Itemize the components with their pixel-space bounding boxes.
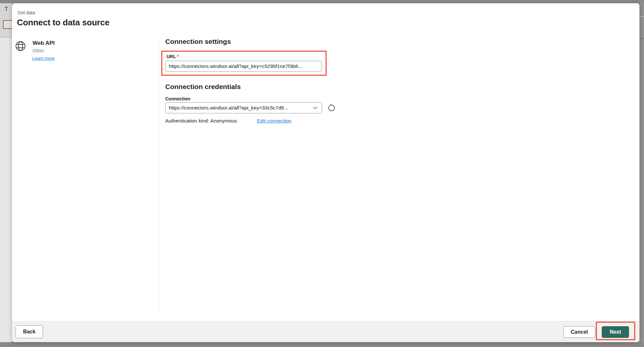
connection-settings-heading: Connection settings xyxy=(165,38,231,45)
refresh-icon xyxy=(328,104,335,112)
background-edge-line xyxy=(639,16,644,17)
background-partial-text: T xyxy=(5,6,8,13)
connection-credentials-heading: Connection credentials xyxy=(165,83,241,91)
dialog-eyebrow: Get data xyxy=(18,10,35,15)
chevron-down-icon xyxy=(313,105,318,110)
background-edge-line xyxy=(639,38,644,39)
url-label: URL* xyxy=(167,54,179,59)
source-category: Other xyxy=(33,48,44,53)
edit-connection-link[interactable]: Edit connection xyxy=(257,118,291,124)
panel-divider xyxy=(158,38,159,313)
connection-dropdown-value: https://connectors.windsor.ai/all?api_ke… xyxy=(166,105,313,111)
url-input[interactable] xyxy=(165,61,322,72)
background-page-left-edge: T xyxy=(0,3,12,342)
cancel-button[interactable]: Cancel xyxy=(563,326,595,338)
connection-dropdown[interactable]: https://connectors.windsor.ai/all?api_ke… xyxy=(165,102,322,113)
refresh-connection-button[interactable] xyxy=(327,103,336,112)
background-partial-input xyxy=(3,20,12,29)
next-button[interactable]: Next xyxy=(602,326,629,338)
learn-more-link[interactable]: Learn more xyxy=(32,56,55,61)
get-data-dialog: Get data Connect to data source Web API … xyxy=(12,3,639,342)
page-title: Connect to data source xyxy=(17,18,110,28)
required-asterisk: * xyxy=(177,54,179,59)
back-button[interactable]: Back xyxy=(16,325,43,338)
background-divider xyxy=(0,37,12,38)
connection-label: Connection xyxy=(165,96,190,101)
url-label-text: URL xyxy=(167,54,176,59)
screen: T Get data Connect to data source Web AP… xyxy=(0,0,644,347)
background-page-right-edge xyxy=(639,3,644,342)
authentication-kind-text: Authentication kind: Anonymous xyxy=(165,118,237,124)
dialog-footer: Back Cancel Next xyxy=(12,321,639,342)
globe-icon xyxy=(15,41,26,51)
background-lower-area xyxy=(0,38,12,342)
source-name: Web API xyxy=(33,40,55,46)
